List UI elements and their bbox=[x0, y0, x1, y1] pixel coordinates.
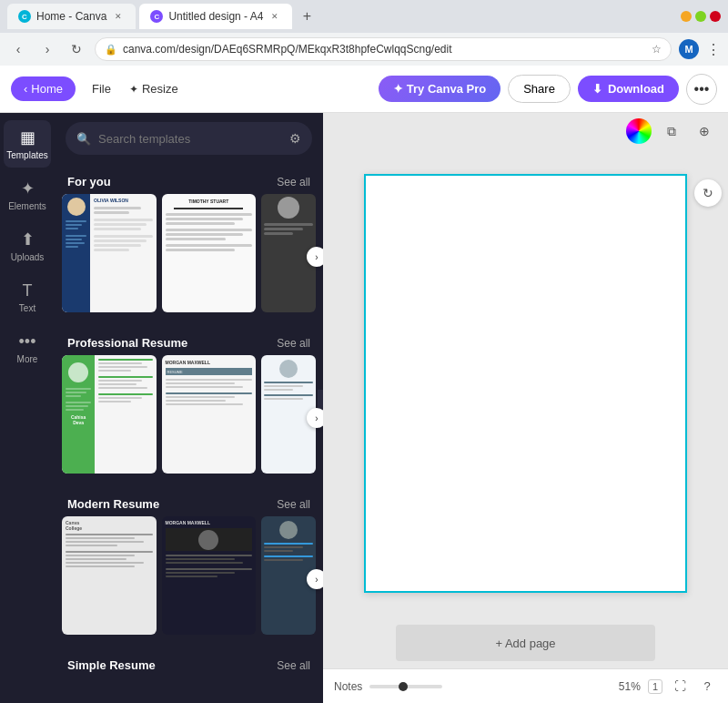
duplicate-button[interactable]: ⧉ bbox=[659, 118, 684, 144]
download-button[interactable]: ⬇ Download bbox=[578, 76, 679, 102]
templates-label: Templates bbox=[6, 150, 48, 160]
address-bar[interactable]: 🔒 canva.com/design/DAEq6SRMRpQ/MEkqxR3t8… bbox=[95, 37, 672, 61]
resize-button[interactable]: ✦ Resize bbox=[120, 76, 187, 101]
duplicate-icon: ⧉ bbox=[667, 124, 676, 139]
section-modern-header: Modern Resume See all bbox=[55, 488, 323, 516]
search-box[interactable]: 🔍 ⚙ bbox=[66, 122, 312, 155]
sidebar-item-more[interactable]: ••• More bbox=[4, 324, 51, 372]
text-icon: T bbox=[23, 281, 33, 301]
sidebar-item-text[interactable]: T Text bbox=[4, 273, 51, 321]
green-avatar bbox=[68, 362, 88, 382]
section-simple-title: Simple Resume bbox=[67, 658, 156, 672]
bookmark-icon[interactable]: ☆ bbox=[652, 43, 662, 56]
reload-nav-button[interactable]: ↻ bbox=[66, 38, 87, 60]
template-prof-1[interactable]: CahisaDeva bbox=[62, 355, 157, 474]
maximize-button[interactable] bbox=[695, 11, 706, 22]
back-nav-button[interactable]: ‹ bbox=[7, 38, 29, 60]
filter-button[interactable]: ⚙ bbox=[289, 131, 301, 146]
sidebar-item-uploads[interactable]: ⬆ Uploads bbox=[4, 222, 51, 270]
canvas-toolbar: ⧉ ⊕ bbox=[323, 113, 728, 149]
tab-favicon-design: C bbox=[150, 10, 163, 23]
close-button[interactable] bbox=[710, 11, 721, 22]
modern-grid: CanvaCollege bbox=[55, 516, 323, 642]
modern-next-arrow[interactable]: › bbox=[307, 569, 323, 589]
home-label: Home bbox=[31, 82, 63, 96]
template-prof-2[interactable]: MORGAN MAXWELL RESUME bbox=[162, 355, 257, 474]
section-simple-see-all[interactable]: See all bbox=[277, 659, 310, 672]
canvas-page[interactable]: ↻ bbox=[364, 174, 687, 593]
page-number[interactable]: 1 bbox=[648, 679, 662, 694]
notes-label[interactable]: Notes bbox=[334, 680, 362, 693]
window-controls bbox=[681, 11, 721, 22]
templates-icon: ▦ bbox=[20, 127, 35, 148]
share-button[interactable]: Share bbox=[508, 75, 571, 103]
download-label: Download bbox=[608, 82, 664, 96]
file-label: File bbox=[92, 82, 111, 96]
tab-label-home: Home - Canva bbox=[36, 10, 106, 23]
green-sidebar: CahisaDeva bbox=[62, 355, 95, 474]
profile-avatar[interactable]: M bbox=[679, 39, 699, 59]
professional-next-arrow[interactable]: › bbox=[307, 408, 323, 428]
help-button[interactable]: ? bbox=[697, 677, 717, 697]
browser-menu-button[interactable]: ⋮ bbox=[706, 41, 721, 58]
tab-close-design[interactable]: ✕ bbox=[268, 10, 281, 23]
resize-icon: ✦ bbox=[129, 83, 138, 96]
search-input[interactable] bbox=[98, 132, 282, 146]
file-menu-button[interactable]: File bbox=[83, 76, 120, 101]
section-simple-resume: Simple Resume See all bbox=[55, 649, 323, 678]
pro-label: ✦ Try Canva Pro bbox=[393, 82, 486, 96]
elements-label: Elements bbox=[8, 201, 46, 211]
section-for-you-see-all[interactable]: See all bbox=[277, 176, 310, 188]
professional-grid: CahisaDeva bbox=[55, 355, 323, 481]
thumb2-content: TIMOTHY STUART bbox=[162, 194, 257, 312]
browser-addressbar: ‹ › ↻ 🔒 canva.com/design/DAEq6SRMRpQ/MEk… bbox=[0, 33, 728, 66]
sidebar-item-elements[interactable]: ✦ Elements bbox=[4, 171, 51, 219]
timeline-slider[interactable] bbox=[369, 685, 442, 688]
add-page-button[interactable]: + Add page bbox=[396, 625, 655, 661]
templates-scroll[interactable]: For you See all bbox=[55, 162, 323, 703]
sidebar-item-templates[interactable]: ▦ Templates bbox=[4, 120, 51, 168]
resize-label: Resize bbox=[142, 82, 178, 96]
spectrum-icon[interactable] bbox=[626, 118, 652, 144]
templates-panel: 🔍 ⚙ For you See all bbox=[55, 113, 323, 703]
template-modern-1[interactable]: CanvaCollege bbox=[62, 516, 157, 635]
template-modern-2[interactable]: MORGAN MAXWELL bbox=[162, 516, 257, 635]
browser-tab-home[interactable]: C Home - Canva ✕ bbox=[7, 4, 136, 29]
resume-content-area: OLIVIA WILSON bbox=[90, 194, 156, 312]
fullscreen-button[interactable]: ⛶ bbox=[670, 677, 690, 697]
back-button[interactable]: ‹ Home bbox=[11, 76, 76, 101]
forward-nav-button[interactable]: › bbox=[36, 38, 58, 60]
new-page-toolbar-button[interactable]: ⊕ bbox=[692, 118, 717, 144]
section-professional-see-all[interactable]: See all bbox=[277, 337, 310, 350]
gray-resume: MORGAN MAXWELL RESUME bbox=[162, 355, 257, 474]
for-you-next-arrow[interactable]: › bbox=[307, 247, 323, 267]
browser-tab-design[interactable]: C Untitled design - A4 ✕ bbox=[139, 4, 292, 29]
try-pro-button[interactable]: ✦ Try Canva Pro bbox=[379, 76, 500, 102]
browser-titlebar: C Home - Canva ✕ C Untitled design - A4 … bbox=[0, 0, 728, 33]
more-icon: ••• bbox=[694, 81, 710, 97]
tab-close-home[interactable]: ✕ bbox=[112, 10, 125, 23]
new-page-icon: ⊕ bbox=[699, 124, 710, 138]
canvas-area: ⧉ ⊕ ↻ + Add page Notes 51% 1 bbox=[323, 113, 728, 703]
templates-search-bar: 🔍 ⚙ bbox=[55, 113, 323, 162]
section-modern-see-all[interactable]: See all bbox=[277, 498, 310, 511]
minimize-button[interactable] bbox=[681, 11, 692, 22]
address-text: canva.com/design/DAEq6SRMRpQ/MEkqxR3t8hp… bbox=[123, 43, 646, 56]
add-page-label: + Add page bbox=[495, 637, 555, 650]
lock-icon: 🔒 bbox=[105, 44, 117, 56]
section-modern-title: Modern Resume bbox=[67, 497, 159, 511]
new-tab-button[interactable]: + bbox=[296, 5, 318, 27]
section-for-you-title: For you bbox=[67, 175, 111, 188]
more-label: More bbox=[17, 354, 38, 364]
section-professional-header: Professional Resume See all bbox=[55, 327, 323, 355]
section-modern-resume: Modern Resume See all CanvaCollege bbox=[55, 488, 323, 642]
text-label: Text bbox=[19, 303, 35, 313]
refresh-button[interactable]: ↻ bbox=[694, 179, 722, 207]
template-thumb-2[interactable]: TIMOTHY STUART bbox=[162, 194, 257, 312]
template-thumb-1[interactable]: OLIVIA WILSON bbox=[62, 194, 157, 312]
zoom-level[interactable]: 51% bbox=[619, 680, 641, 693]
tab-favicon-home: C bbox=[18, 10, 31, 23]
more-options-button[interactable]: ••• bbox=[686, 74, 717, 105]
section-professional-resume: Professional Resume See all bbox=[55, 327, 323, 481]
app-body: ▦ Templates ✦ Elements ⬆ Uploads T Text … bbox=[0, 113, 728, 703]
